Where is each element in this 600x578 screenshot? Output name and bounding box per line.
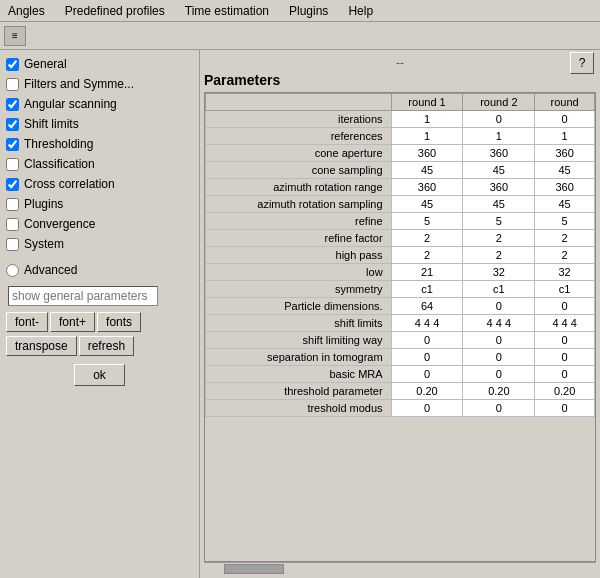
row-r2: 0 <box>463 111 535 128</box>
row-r3: 45 <box>535 196 595 213</box>
scrollbar-thumb[interactable] <box>224 564 284 574</box>
checkbox-plugins[interactable] <box>6 198 19 211</box>
table-row: treshold modus 0 0 0 <box>206 400 595 417</box>
row-r2: 0 <box>463 400 535 417</box>
font-minus-button[interactable]: font- <box>6 312 48 332</box>
table-row: low 21 32 32 <box>206 264 595 281</box>
row-r3: 360 <box>535 145 595 162</box>
checkbox-shift[interactable] <box>6 118 19 131</box>
checkbox-classification[interactable] <box>6 158 19 171</box>
advanced-radio[interactable] <box>6 264 19 277</box>
row-r3: 0 <box>535 366 595 383</box>
row-r3: c1 <box>535 281 595 298</box>
checklist-item-thresholding[interactable]: Thresholding <box>4 134 195 154</box>
row-label: threshold parameter <box>206 383 392 400</box>
checklist-label-thresholding: Thresholding <box>24 137 93 151</box>
row-label: azimuth rotation sampling <box>206 196 392 213</box>
table-row: cone aperture 360 360 360 <box>206 145 595 162</box>
checkbox-cross-correlation[interactable] <box>6 178 19 191</box>
toolbar: ≡ <box>0 22 600 50</box>
menu-help[interactable]: Help <box>344 3 377 19</box>
ok-button[interactable]: ok <box>74 364 125 386</box>
table-row: refine 5 5 5 <box>206 213 595 230</box>
table-row: Particle dimensions. 64 0 0 <box>206 298 595 315</box>
row-label: cone sampling <box>206 162 392 179</box>
menubar: Angles Predefined profiles Time estimati… <box>0 0 600 22</box>
params-table: round 1 round 2 round iterations 1 0 0 r… <box>205 93 595 417</box>
checkbox-convergence[interactable] <box>6 218 19 231</box>
row-label: Particle dimensions. <box>206 298 392 315</box>
table-row: high pass 2 2 2 <box>206 247 595 264</box>
checklist-label-shift: Shift limits <box>24 117 79 131</box>
table-row: references 1 1 1 <box>206 128 595 145</box>
checkbox-angular[interactable] <box>6 98 19 111</box>
menu-angles[interactable]: Angles <box>4 3 49 19</box>
row-r3: 0 <box>535 400 595 417</box>
checkbox-system[interactable] <box>6 238 19 251</box>
advanced-radio-item[interactable]: Advanced <box>4 260 195 280</box>
checklist-item-classification[interactable]: Classification <box>4 154 195 174</box>
table-row: azimuth rotation range 360 360 360 <box>206 179 595 196</box>
row-r1: 2 <box>391 230 463 247</box>
col-header-round1: round 1 <box>391 94 463 111</box>
font-plus-button[interactable]: font+ <box>50 312 95 332</box>
row-r2: 4 4 4 <box>463 315 535 332</box>
row-r2: 0 <box>463 332 535 349</box>
checkbox-thresholding[interactable] <box>6 138 19 151</box>
transpose-button[interactable]: transpose <box>6 336 77 356</box>
show-general-container <box>6 284 193 308</box>
row-r1: 0 <box>391 349 463 366</box>
row-label: shift limits <box>206 315 392 332</box>
table-row: iterations 1 0 0 <box>206 111 595 128</box>
checklist-item-plugins[interactable]: Plugins <box>4 194 195 214</box>
params-table-container[interactable]: round 1 round 2 round iterations 1 0 0 r… <box>204 92 596 562</box>
row-r1: 0.20 <box>391 383 463 400</box>
checklist-label-system: System <box>24 237 64 251</box>
col-header-round3: round <box>535 94 595 111</box>
row-r2: 45 <box>463 196 535 213</box>
help-button[interactable]: ? <box>570 52 594 74</box>
row-r2: c1 <box>463 281 535 298</box>
row-r3: 0 <box>535 111 595 128</box>
checklist-item-cross-correlation[interactable]: Cross correlation <box>4 174 195 194</box>
row-r2: 360 <box>463 145 535 162</box>
checklist-item-filters[interactable]: Filters and Symme... <box>4 74 195 94</box>
row-label: shift limiting way <box>206 332 392 349</box>
checklist-label-plugins: Plugins <box>24 197 63 211</box>
row-r2: 0 <box>463 349 535 366</box>
menu-predefined-profiles[interactable]: Predefined profiles <box>61 3 169 19</box>
menu-time-estimation[interactable]: Time estimation <box>181 3 273 19</box>
checklist-item-shift[interactable]: Shift limits <box>4 114 195 134</box>
checklist-item-angular[interactable]: Angular scanning <box>4 94 195 114</box>
table-row: symmetry c1 c1 c1 <box>206 281 595 298</box>
row-label: iterations <box>206 111 392 128</box>
row-r2: 0 <box>463 366 535 383</box>
row-r1: 360 <box>391 145 463 162</box>
row-r2: 360 <box>463 179 535 196</box>
checkbox-filters[interactable] <box>6 78 19 91</box>
left-panel: General Filters and Symme... Angular sca… <box>0 50 200 578</box>
checklist-item-system[interactable]: System <box>4 234 195 254</box>
row-r3: 0 <box>535 332 595 349</box>
row-label: azimuth rotation range <box>206 179 392 196</box>
table-row: shift limiting way 0 0 0 <box>206 332 595 349</box>
row-r1: 0 <box>391 366 463 383</box>
fonts-button[interactable]: fonts <box>97 312 141 332</box>
show-general-input[interactable] <box>8 286 158 306</box>
col-header-round2: round 2 <box>463 94 535 111</box>
table-scrollbar[interactable] <box>204 562 596 574</box>
row-label: basic MRA <box>206 366 392 383</box>
refresh-button[interactable]: refresh <box>79 336 134 356</box>
row-r3: 360 <box>535 179 595 196</box>
row-label: treshold modus <box>206 400 392 417</box>
checklist-item-convergence[interactable]: Convergence <box>4 214 195 234</box>
row-r1: 21 <box>391 264 463 281</box>
menu-plugins[interactable]: Plugins <box>285 3 332 19</box>
checkbox-general[interactable] <box>6 58 19 71</box>
checklist-item-general[interactable]: General <box>4 54 195 74</box>
row-r3: 0 <box>535 349 595 366</box>
row-r1: 5 <box>391 213 463 230</box>
toolbar-icon[interactable]: ≡ <box>4 26 26 46</box>
checklist-label-classification: Classification <box>24 157 95 171</box>
row-r1: 64 <box>391 298 463 315</box>
